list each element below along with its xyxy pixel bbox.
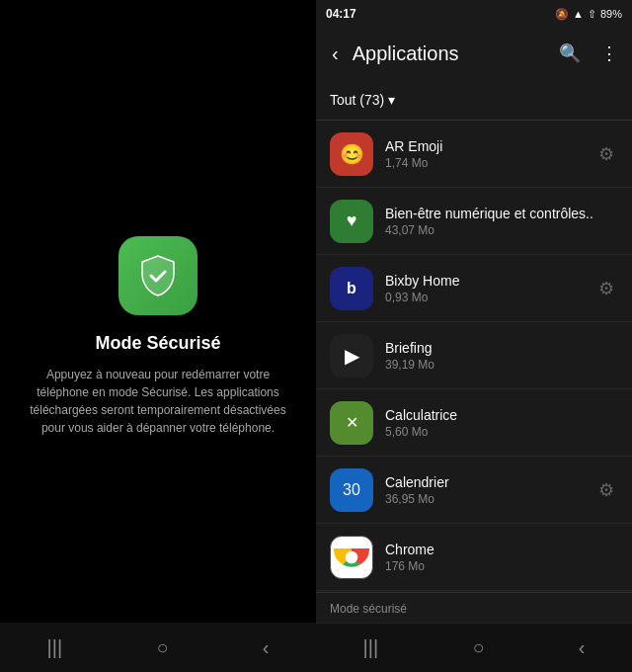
list-item[interactable]: Chrome 176 Mo bbox=[316, 524, 632, 591]
app-name: Briefing bbox=[385, 340, 618, 356]
left-nav-back[interactable]: ‹ bbox=[263, 636, 270, 659]
app-name: AR Emoji bbox=[385, 138, 594, 154]
left-nav-recent[interactable]: ||| bbox=[47, 636, 63, 659]
silent-icon: 🔕 bbox=[555, 8, 569, 21]
bottom-nav: ||| ○ ‹ bbox=[316, 623, 632, 672]
more-options-button[interactable]: ⋮ bbox=[596, 39, 622, 68]
filter-label[interactable]: Tout (73) bbox=[330, 92, 384, 108]
left-panel: Mode Sécurisé Appuyez à nouveau pour red… bbox=[0, 0, 316, 672]
list-item[interactable]: 😊 AR Emoji 1,74 Mo ⚙ bbox=[316, 121, 632, 188]
back-button[interactable]: ‹ bbox=[326, 37, 345, 71]
app-size: 43,07 Mo bbox=[385, 223, 618, 237]
safe-mode-description: Appuyez à nouveau pour redémarrer votre … bbox=[0, 366, 316, 437]
list-item[interactable]: 30 Calendrier 36,95 Mo ⚙ bbox=[316, 457, 632, 524]
app-icon-calendrier: 30 bbox=[330, 468, 373, 512]
app-info: Calendrier 36,95 Mo bbox=[385, 474, 594, 506]
app-info: Briefing 39,19 Mo bbox=[385, 340, 618, 372]
status-icons: 🔕 ▲ ⇧ 89% bbox=[555, 8, 622, 21]
page-title: Applications bbox=[353, 42, 547, 65]
app-name: Calculatrice bbox=[385, 407, 618, 423]
wifi-icon: ⇧ bbox=[588, 8, 596, 21]
app-size: 0,93 Mo bbox=[385, 291, 594, 304]
nav-home-button[interactable]: ○ bbox=[472, 636, 484, 659]
battery-level: 89% bbox=[600, 8, 622, 20]
app-icon-chrome bbox=[330, 536, 373, 579]
app-size: 176 Mo bbox=[385, 559, 618, 573]
list-item[interactable]: b Bixby Home 0,93 Mo ⚙ bbox=[316, 255, 632, 322]
settings-button[interactable]: ⚙ bbox=[594, 475, 618, 505]
list-item[interactable]: ✕ Calculatrice 5,60 Mo bbox=[316, 389, 632, 457]
nav-recent-button[interactable]: ||| bbox=[363, 636, 379, 659]
left-nav-home[interactable]: ○ bbox=[156, 636, 168, 659]
app-size: 1,74 Mo bbox=[385, 156, 594, 170]
app-size: 36,95 Mo bbox=[385, 492, 594, 506]
app-icon-briefing: ▶ bbox=[330, 334, 373, 378]
app-icon-bixby: b bbox=[330, 267, 373, 310]
app-size: 5,60 Mo bbox=[385, 425, 618, 439]
app-info: Bixby Home 0,93 Mo bbox=[385, 273, 594, 304]
list-item[interactable]: ♥ Bien-être numérique et contrôles.. 43,… bbox=[316, 188, 632, 255]
app-name: Bien-être numérique et contrôles.. bbox=[385, 206, 618, 221]
app-name: Chrome bbox=[385, 542, 618, 557]
app-icon-ar-emoji: 😊 bbox=[330, 132, 373, 176]
safe-mode-title: Mode Sécurisé bbox=[95, 333, 220, 354]
status-bar: 04:17 🔕 ▲ ⇧ 89% bbox=[316, 0, 632, 28]
app-info: AR Emoji 1,74 Mo bbox=[385, 138, 594, 170]
app-info: Bien-être numérique et contrôles.. 43,07… bbox=[385, 206, 618, 237]
filter-bar[interactable]: Tout (73) ▾ bbox=[316, 79, 632, 121]
shield-svg bbox=[134, 252, 182, 299]
app-icon-calculatrice: ✕ bbox=[330, 401, 373, 445]
settings-button[interactable]: ⚙ bbox=[594, 139, 618, 169]
app-name: Bixby Home bbox=[385, 273, 594, 289]
shield-icon bbox=[118, 236, 198, 315]
mode-securise-label: Mode sécurisé bbox=[330, 602, 407, 616]
app-info: Chrome 176 Mo bbox=[385, 542, 618, 573]
list-item[interactable]: ▶ Briefing 39,19 Mo bbox=[316, 322, 632, 389]
nav-back-button[interactable]: ‹ bbox=[579, 636, 586, 659]
app-icon-bienetre: ♥ bbox=[330, 200, 373, 243]
filter-dropdown-arrow: ▾ bbox=[388, 92, 395, 108]
header-actions: 🔍 ⋮ bbox=[555, 39, 622, 68]
app-size: 39,19 Mo bbox=[385, 358, 618, 372]
app-header: ‹ Applications 🔍 ⋮ bbox=[316, 28, 632, 79]
right-panel: 04:17 🔕 ▲ ⇧ 89% ‹ Applications 🔍 ⋮ Tout … bbox=[316, 0, 632, 672]
svg-point-2 bbox=[346, 550, 358, 563]
app-name: Calendrier bbox=[385, 474, 594, 490]
left-bottom-nav: ||| ○ ‹ bbox=[0, 623, 316, 672]
app-list: 😊 AR Emoji 1,74 Mo ⚙ ♥ Bien-être numériq… bbox=[316, 121, 632, 592]
app-info: Calculatrice 5,60 Mo bbox=[385, 407, 618, 439]
search-button[interactable]: 🔍 bbox=[555, 39, 585, 68]
status-time: 04:17 bbox=[326, 7, 356, 21]
settings-button[interactable]: ⚙ bbox=[594, 274, 618, 303]
mode-securise-bar: Mode sécurisé bbox=[316, 592, 632, 623]
signal-icon: ▲ bbox=[573, 8, 584, 20]
